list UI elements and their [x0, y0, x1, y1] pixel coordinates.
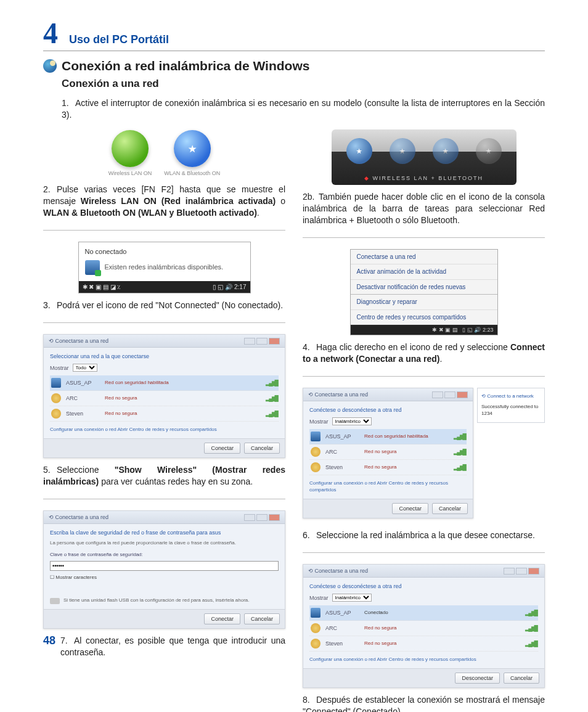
network-row[interactable]: StevenRed no segura▂▄▆█ — [50, 406, 279, 422]
password-window: ⟲ Conectarse a una red Escriba la clave … — [43, 510, 285, 629]
network-list-window-step6: ⟲ Conectarse a una red Conéctese o desco… — [303, 388, 473, 518]
chapter-title: Uso del PC Portátil — [69, 32, 169, 47]
step-3-num: 3. — [43, 300, 57, 311]
balloon-title: ⟲ Connect to a network — [481, 393, 541, 400]
menu-item[interactable]: Activar animación de la actividad — [351, 264, 497, 280]
step-2-num: 2. — [43, 184, 57, 195]
signal-icon: ▂▄▆█ — [266, 410, 277, 417]
signal-icon: ▂▄▆█ — [525, 640, 537, 647]
password-input[interactable] — [50, 561, 279, 571]
network-row[interactable]: ASUS_APConectado▂▄▆█ — [309, 605, 538, 621]
network-list-window-step8: ⟲ Conectarse a una red Conéctese o desco… — [303, 564, 545, 688]
window-buttons[interactable] — [504, 568, 539, 575]
step-4-pre: Haga clic derecho en el icono de red y s… — [316, 342, 510, 352]
filter-label: Mostrar — [309, 418, 329, 425]
chapter-header: 4 Uso del PC Portátil — [43, 18, 545, 51]
cancel-button[interactable]: Cancelar — [432, 503, 468, 514]
show-chars-checkbox[interactable]: ☐ Mostrar caracteres — [50, 575, 279, 581]
network-list: ASUS_APRed con seguridad habilitada▂▄▆█ … — [309, 429, 467, 475]
wifi-off-icon: ⋆ — [390, 138, 415, 164]
network-links[interactable]: Configurar una conexión o red Abrir Cent… — [50, 427, 279, 433]
cancel-button[interactable]: Cancelar — [504, 673, 539, 684]
ssid: ASUS_AP — [325, 433, 359, 440]
pwd-sub: La persona que configura la red puede pr… — [50, 540, 279, 547]
step-4-num: 4. — [303, 342, 316, 353]
divider — [303, 237, 545, 238]
step-4-post: . — [439, 354, 442, 364]
network-row[interactable]: StevenRed no segura▂▄▆█ — [309, 636, 538, 652]
signal-icon: ▂▄▆█ — [454, 448, 465, 456]
network-row[interactable]: ARCRed no segura▂▄▆█ — [309, 444, 467, 460]
connect-button[interactable]: Conectar — [392, 503, 428, 514]
network-wifi-icon — [51, 409, 61, 419]
connect-button[interactable]: Conectar — [204, 613, 240, 624]
bluetooth-orb-icon: ⋆ — [174, 130, 211, 167]
win-title: ⟲ Conectarse a una red — [308, 567, 368, 575]
menu-taskbar: ✱ ✖ ▣ ▤ ▯ ◱ 🔊 2:23 — [351, 325, 497, 335]
step-1-num: 1. — [62, 97, 75, 109]
step-2-mid: o — [276, 196, 285, 206]
tray-message: Existen redes inalámbricas disponibles. — [105, 263, 224, 272]
network-links[interactable]: Configurar una conexión o red Abrir Cent… — [309, 657, 538, 663]
usb-icon — [50, 598, 60, 604]
menu-item[interactable]: Desactivar notificación de redes nuevas — [351, 280, 497, 295]
cancel-button[interactable]: Cancelar — [244, 613, 280, 624]
divider — [43, 230, 285, 231]
pwd-label: Clave o frase de contraseña de seguridad… — [50, 552, 279, 559]
network-row[interactable]: ASUS_APRed con seguridad habilitada▂▄▆█ — [50, 375, 279, 391]
menu-item[interactable]: Diagnosticar y reparar — [351, 295, 497, 310]
step-5-pre: Seleccione — [57, 465, 115, 475]
menu-item[interactable]: Centro de redes y recursos compartidos — [351, 310, 497, 325]
network-wifi-icon — [311, 447, 321, 457]
pwd-heading: Escriba la clave de seguridad de red o f… — [50, 529, 279, 536]
step-7-text: Al conectar, es posible que tenga que in… — [60, 636, 285, 657]
network-row[interactable]: StevenRed no segura▂▄▆█ — [309, 460, 467, 475]
net-prompt: Conéctese o desconéctese a otra red — [309, 406, 467, 414]
step-6-text: Seleccione la red inalámbrica a la que d… — [316, 530, 535, 540]
signal-icon: ▂▄▆█ — [525, 609, 537, 616]
wifi-bt-icon: ⋆ — [346, 138, 372, 164]
network-tray-icon — [85, 260, 100, 275]
filter-select[interactable]: Inalámbrico — [332, 594, 372, 602]
step-1: 1.Active el interruptor de conexión inal… — [62, 97, 545, 121]
wireless-lan-caption: Wireless LAN ON — [108, 170, 152, 177]
cancel-button[interactable]: Cancelar — [244, 443, 280, 454]
window-buttons[interactable] — [244, 338, 280, 345]
window-buttons[interactable] — [244, 514, 280, 521]
network-row[interactable]: ARCRed no segura▂▄▆█ — [309, 621, 538, 636]
win-title: ⟲ Conectarse a una red — [308, 391, 368, 398]
step-3-block: No conectado Existen redes inalámbricas … — [43, 242, 285, 311]
step-2b-num: 2b. — [303, 191, 319, 203]
signal-icon: ▂▄▆█ — [525, 624, 537, 632]
net-security: Red no segura — [105, 395, 261, 402]
usb-hint: Si tiene una unidad flash USB con la con… — [50, 597, 279, 604]
divider — [43, 499, 285, 499]
chapter-number: 4 — [43, 18, 58, 48]
step-8-text-wrap: 8.Después de establecer la conexión se m… — [303, 694, 545, 712]
network-list-window-step5: ⟲ Conectarse a una red Seleccionar una r… — [43, 334, 285, 458]
network-pc-icon — [51, 378, 61, 388]
network-row[interactable]: ARCRed no segura▂▄▆█ — [50, 391, 279, 406]
network-links[interactable]: Configurar una conexión o red Abrir Cent… — [309, 480, 467, 494]
step-1-text: Active el interruptor de conexión inalám… — [62, 98, 545, 120]
signal-icon: ▂▄▆█ — [266, 379, 277, 387]
signal-icon: ▂▄▆█ — [454, 464, 465, 471]
wireless-console-bar: ⋆ ⋆ ⋆ ⋆ WIRELESS LAN + BLUETOOTH — [332, 129, 517, 185]
net-security: Red con seguridad habilitada — [105, 380, 261, 387]
disconnect-button[interactable]: Desconectar — [455, 673, 500, 684]
step-2-block: Wireless LAN ON ⋆ WLAN & Bluetooth ON 2.… — [43, 129, 285, 219]
step-4-block: Conectarse a una red Activar animación d… — [303, 249, 545, 365]
step-8-block: ⟲ Conectarse a una red Conéctese o desco… — [303, 564, 545, 712]
net-security: Red no segura — [364, 464, 449, 471]
window-buttons[interactable] — [432, 391, 468, 398]
wireless-lan-on-image: Wireless LAN ON — [108, 129, 153, 178]
network-pc-icon — [311, 432, 321, 441]
network-row[interactable]: ASUS_APRed con seguridad habilitada▂▄▆█ — [309, 429, 467, 444]
ssid: ASUS_AP — [66, 379, 100, 387]
filter-select[interactable]: Inalámbrico — [332, 417, 372, 425]
filter-select[interactable]: Todo — [73, 364, 97, 372]
menu-item[interactable]: Conectarse a una red — [351, 250, 497, 265]
systray-right: ▯ ◱ 🔊 2:17 — [213, 283, 247, 292]
connect-button[interactable]: Conectar — [204, 443, 240, 454]
net-security: Red no segura — [364, 449, 449, 456]
